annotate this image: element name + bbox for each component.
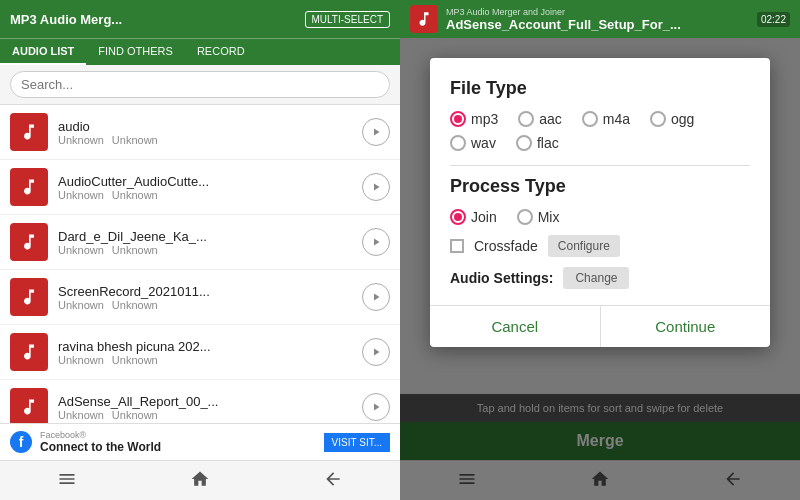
radio-ogg [650, 111, 666, 127]
radio-join-label: Join [471, 209, 497, 225]
audio-icon [10, 333, 48, 371]
audio-meta: Unknown Unknown [58, 409, 352, 421]
play-button[interactable] [362, 228, 390, 256]
audio-name: ravina bhesh picuna 202... [58, 339, 352, 354]
radio-wav-label: wav [471, 135, 496, 151]
audio-name: ScreenRecord_2021011... [58, 284, 352, 299]
right-header-icon [410, 5, 438, 33]
change-button[interactable]: Change [563, 267, 629, 289]
radio-ogg-label: ogg [671, 111, 694, 127]
left-header: MP3 Audio Merg... MULTI-SELECT [0, 0, 400, 38]
right-panel: MP3 Audio Merger and Joiner AdSense_Acco… [400, 0, 800, 500]
visit-button[interactable]: VISIT SIT... [324, 433, 390, 452]
hamburger-button[interactable] [49, 467, 85, 494]
radio-aac-label: aac [539, 111, 562, 127]
back-button[interactable] [315, 467, 351, 494]
audio-info: AdSense_All_Report_00_... Unknown Unknow… [58, 394, 352, 421]
ad-text: Facebook® Connect to the World [40, 430, 161, 454]
right-file-title: AdSense_Account_Full_Setup_For_... [446, 17, 749, 32]
radio-flac [516, 135, 532, 151]
right-header-time: 02:22 [757, 12, 790, 27]
audio-list: audio Unknown Unknown AudioCutter_AudioC… [0, 105, 400, 423]
search-bar [0, 65, 400, 105]
dialog-actions: Cancel Continue [430, 305, 770, 347]
play-button[interactable] [362, 118, 390, 146]
right-app-title: MP3 Audio Merger and Joiner [446, 7, 749, 17]
radio-mix-label: Mix [538, 209, 560, 225]
option-ogg[interactable]: ogg [650, 111, 694, 127]
radio-m4a [582, 111, 598, 127]
audio-info: audio Unknown Unknown [58, 119, 352, 146]
option-aac[interactable]: aac [518, 111, 562, 127]
file-type-options: mp3 aac m4a ogg wav [450, 111, 750, 151]
radio-m4a-label: m4a [603, 111, 630, 127]
option-mp3[interactable]: mp3 [450, 111, 498, 127]
facebook-icon: f [10, 431, 32, 453]
radio-mp3-label: mp3 [471, 111, 498, 127]
audio-name: Dard_e_Dil_Jeene_Ka_... [58, 229, 352, 244]
ad-bar: f Facebook® Connect to the World VISIT S… [0, 423, 400, 460]
left-tabs: AUDIO LIST FIND OTHERS RECORD [0, 38, 400, 65]
list-item: AdSense_All_Report_00_... Unknown Unknow… [0, 380, 400, 423]
audio-info: ScreenRecord_2021011... Unknown Unknown [58, 284, 352, 311]
crossfade-checkbox[interactable] [450, 239, 464, 253]
multi-select-button[interactable]: MULTI-SELECT [305, 11, 391, 28]
cancel-button[interactable]: Cancel [430, 306, 600, 347]
list-item: ravina bhesh picuna 202... Unknown Unkno… [0, 325, 400, 380]
radio-wav [450, 135, 466, 151]
option-wav[interactable]: wav [450, 135, 496, 151]
configure-button[interactable]: Configure [548, 235, 620, 257]
home-button[interactable] [182, 467, 218, 494]
radio-mp3 [450, 111, 466, 127]
tab-audio-list[interactable]: AUDIO LIST [0, 39, 86, 65]
audio-settings-row: Audio Settings: Change [450, 267, 750, 289]
radio-mix [517, 209, 533, 225]
radio-flac-label: flac [537, 135, 559, 151]
audio-icon [10, 388, 48, 423]
divider [450, 165, 750, 166]
tab-find-others[interactable]: FIND OTHERS [86, 39, 185, 65]
audio-icon [10, 113, 48, 151]
process-type-title: Process Type [450, 176, 750, 197]
continue-button[interactable]: Continue [600, 306, 771, 347]
play-button[interactable] [362, 283, 390, 311]
list-item: Dard_e_Dil_Jeene_Ka_... Unknown Unknown [0, 215, 400, 270]
right-header: MP3 Audio Merger and Joiner AdSense_Acco… [400, 0, 800, 38]
audio-meta: Unknown Unknown [58, 189, 352, 201]
audio-name: audio [58, 119, 352, 134]
tab-record[interactable]: RECORD [185, 39, 257, 65]
play-button[interactable] [362, 393, 390, 421]
audio-info: Dard_e_Dil_Jeene_Ka_... Unknown Unknown [58, 229, 352, 256]
ad-tagline: Connect to the World [40, 440, 161, 454]
crossfade-row: Crossfade Configure [450, 235, 750, 257]
file-type-dialog: File Type mp3 aac m4a ogg [430, 58, 770, 347]
play-button[interactable] [362, 338, 390, 366]
left-bottom-nav [0, 460, 400, 500]
audio-meta: Unknown Unknown [58, 134, 352, 146]
audio-meta: Unknown Unknown [58, 354, 352, 366]
audio-info: ravina bhesh picuna 202... Unknown Unkno… [58, 339, 352, 366]
option-m4a[interactable]: m4a [582, 111, 630, 127]
dialog-overlay: File Type mp3 aac m4a ogg [400, 38, 800, 500]
option-flac[interactable]: flac [516, 135, 559, 151]
radio-aac [518, 111, 534, 127]
list-item: AudioCutter_AudioCutte... Unknown Unknow… [0, 160, 400, 215]
list-item: audio Unknown Unknown [0, 105, 400, 160]
option-mix[interactable]: Mix [517, 209, 560, 225]
left-app-title: MP3 Audio Merg... [10, 12, 295, 27]
audio-settings-label: Audio Settings: [450, 270, 553, 286]
process-type-options: Join Mix [450, 209, 750, 225]
audio-name: AdSense_All_Report_00_... [58, 394, 352, 409]
audio-info: AudioCutter_AudioCutte... Unknown Unknow… [58, 174, 352, 201]
option-join[interactable]: Join [450, 209, 497, 225]
file-type-title: File Type [450, 78, 750, 99]
audio-meta: Unknown Unknown [58, 244, 352, 256]
audio-meta: Unknown Unknown [58, 299, 352, 311]
audio-icon [10, 223, 48, 261]
ad-brand: Facebook® [40, 430, 161, 440]
audio-name: AudioCutter_AudioCutte... [58, 174, 352, 189]
audio-icon [10, 278, 48, 316]
play-button[interactable] [362, 173, 390, 201]
crossfade-label: Crossfade [474, 238, 538, 254]
search-input[interactable] [10, 71, 390, 98]
